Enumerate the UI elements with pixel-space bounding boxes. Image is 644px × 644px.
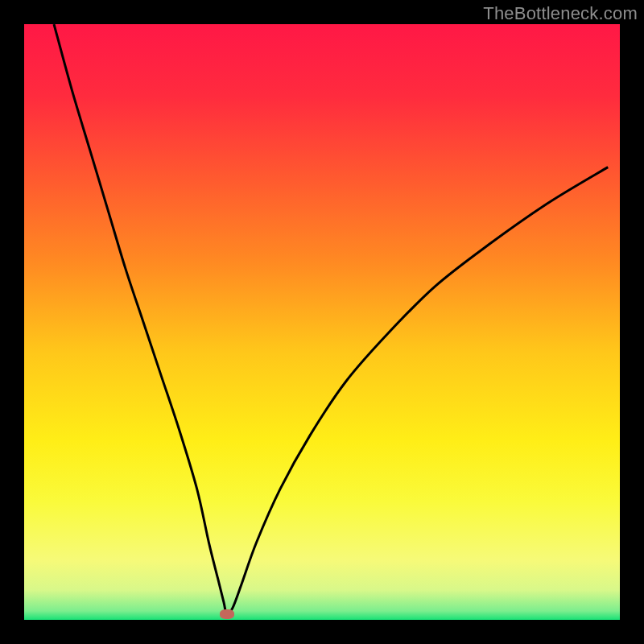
chart-frame: TheBottleneck.com [0, 0, 644, 644]
optimal-point-marker [220, 609, 234, 619]
curve-path [54, 24, 608, 614]
bottleneck-curve [24, 24, 620, 620]
plot-area [24, 24, 620, 620]
watermark-text: TheBottleneck.com [483, 3, 638, 24]
